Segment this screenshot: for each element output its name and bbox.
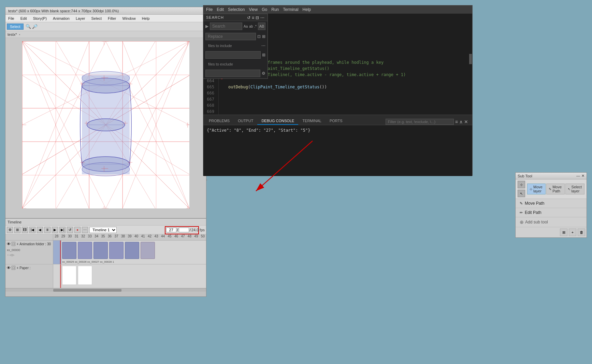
vs-menu-go[interactable]: Go — [262, 7, 267, 12]
frame-thumb — [78, 242, 92, 259]
move-path-icon: ✎ — [549, 187, 551, 191]
ruler-mark: 50 — [200, 234, 206, 240]
ruler-mark: 45 — [166, 234, 173, 240]
move-path-btn[interactable]: ✎ Move Path — [546, 184, 564, 194]
tab-debug-console[interactable]: DEBUG CONSOLE — [257, 117, 298, 125]
select-icon: ↖ — [518, 190, 525, 197]
record-btn[interactable]: ● — [74, 227, 81, 233]
play-pause-btn[interactable]: ⏸ — [44, 227, 50, 233]
add-tool-btn[interactable]: + — [569, 229, 576, 236]
replace-icon[interactable]: ⊡ — [257, 34, 261, 39]
expand-more-icon[interactable]: ⋯ — [260, 15, 265, 20]
expand-arrow[interactable]: › — [203, 176, 472, 184]
timeline-scrollbar[interactable] — [5, 288, 206, 292]
tab-terminal[interactable]: TERMINAL — [298, 117, 326, 125]
case-sensitive-btn[interactable]: Aa — [244, 25, 248, 28]
svg-point-28 — [82, 162, 130, 176]
move-layer-btn[interactable]: ⊹ Move layer — [527, 184, 546, 194]
vscode-scrollbar[interactable] — [469, 14, 472, 115]
tab-problems[interactable]: PROBLEMS — [205, 117, 234, 125]
sub-frame-names: ←◁ ▷ — [7, 253, 14, 257]
toolbar-icons: 🔍 🔎 — [26, 24, 38, 29]
menu-filter[interactable]: Filter — [106, 16, 117, 21]
files-icon[interactable]: ⊞ — [262, 53, 265, 57]
collapse-icon[interactable]: ⊟ — [256, 15, 259, 20]
vs-menu-terminal[interactable]: Terminal — [283, 7, 298, 12]
select-tool-btn[interactable]: Select — [7, 24, 24, 30]
next-frame-btn[interactable]: ▶| — [59, 227, 66, 233]
timeline-scrollbar-thumb[interactable] — [53, 289, 121, 292]
menu-edit[interactable]: Edit — [19, 16, 28, 21]
frame-thumb — [125, 242, 139, 259]
filter-list-icon[interactable]: ≡ — [455, 119, 458, 125]
subtool-item-move-path[interactable]: ✎ Move Path — [516, 199, 587, 208]
playhead — [60, 241, 61, 264]
files-exclude-input[interactable] — [205, 70, 260, 77]
menu-window[interactable]: Window — [121, 16, 137, 21]
delete-subtool-btn[interactable]: 🗑 — [578, 229, 585, 236]
select-layer-btn[interactable]: ↖ Select layer — [565, 184, 584, 194]
console-filter: ≡ ∧ ✕ — [386, 119, 471, 125]
loop-btn[interactable]: ↺ — [67, 227, 73, 233]
eye-icon[interactable]: 👁 — [7, 266, 11, 270]
close-btn[interactable]: ✕ — [581, 174, 584, 178]
search-action-btn[interactable]: AB — [258, 23, 265, 30]
vs-menu-edit[interactable]: Edit — [217, 7, 224, 12]
vs-menu-view[interactable]: View — [249, 7, 258, 12]
plus-icon: ⊕ — [520, 219, 524, 225]
timeline-grid-btn[interactable]: ⊞ — [14, 227, 20, 233]
more-btn[interactable]: ⋯ — [82, 227, 88, 233]
add-subtool-btn[interactable]: ⊕ Add sub tool — [516, 217, 587, 227]
collapse-search-btn[interactable]: ▶ — [205, 24, 208, 29]
menu-story[interactable]: Story(P) — [32, 16, 48, 21]
subtool-panel-title: Sub Tool — [518, 174, 532, 178]
console-filter-input[interactable] — [386, 119, 454, 125]
search-input[interactable] — [210, 23, 242, 30]
gear-icon[interactable]: ⚙ — [262, 71, 265, 76]
tab-output[interactable]: OUTPUT — [234, 117, 257, 125]
vs-menu-selection[interactable]: Selection — [228, 7, 245, 12]
zoom-out-icon[interactable]: 🔎 — [32, 24, 38, 29]
step-back-btn[interactable]: ◀ — [37, 227, 43, 233]
tab-ports[interactable]: PORTS — [326, 117, 347, 125]
ruler-mark: 34 — [93, 234, 100, 240]
vscode-scrollbar-thumb[interactable] — [469, 54, 472, 64]
subtool-item-edit-path[interactable]: ✏ Edit Path — [516, 208, 587, 217]
timeline-filmstrip-btn[interactable]: 🎞 — [22, 227, 28, 233]
replace-all-icon[interactable]: ⊞ — [262, 34, 265, 39]
menu-select[interactable]: Select — [90, 16, 103, 21]
timeline-selector[interactable]: Timeline 1 — [89, 227, 117, 233]
timeline-settings-btn[interactable]: ⚙ — [7, 227, 13, 233]
menu-help[interactable]: Help — [141, 16, 151, 21]
ruler-mark: 29 — [60, 234, 66, 240]
files-include-input[interactable] — [205, 51, 261, 59]
layer-add-icon[interactable]: + — [16, 242, 18, 246]
timeline-ruler: 28 29 30 31 32 33 34 35 36 37 38 39 40 4… — [53, 234, 206, 240]
vs-menu-file[interactable]: File — [206, 7, 213, 12]
menu-file[interactable]: File — [7, 16, 16, 21]
tab-label[interactable]: testx* — [8, 32, 17, 37]
copy-subtool-btn[interactable]: ⊞ — [560, 229, 567, 236]
ruler-mark: 42 — [146, 234, 153, 240]
prev-frame-btn[interactable]: |◀ — [29, 227, 35, 233]
regex-btn[interactable]: .* — [254, 25, 257, 28]
list-icon[interactable]: ≡ — [252, 15, 255, 20]
csp-toolbar: Select 🔍 🔎 — [5, 22, 206, 31]
layer-add-icon[interactable]: + — [16, 266, 18, 270]
minimize-btn[interactable]: — — [576, 174, 580, 178]
zoom-in-icon[interactable]: 🔍 — [26, 24, 31, 29]
whole-word-btn[interactable]: ab — [249, 25, 253, 28]
refresh-icon[interactable]: ↺ — [247, 15, 251, 20]
timeline-header: Timeline — [5, 219, 206, 225]
close-console-icon[interactable]: ✕ — [464, 119, 468, 125]
eye-icon[interactable]: 👁 — [7, 242, 11, 246]
step-fwd-btn[interactable]: ▶ — [52, 227, 58, 233]
vs-menu-run[interactable]: Run — [271, 7, 279, 12]
frame-thumb — [141, 242, 155, 259]
collapse-icon[interactable]: ∧ — [459, 119, 463, 125]
replace-input[interactable] — [205, 33, 256, 40]
vs-menu-help[interactable]: Help — [303, 7, 311, 12]
menu-animation[interactable]: Animation — [52, 16, 71, 21]
menu-layer[interactable]: Layer — [74, 16, 87, 21]
more-options-icon[interactable]: ⋯ — [261, 43, 265, 48]
